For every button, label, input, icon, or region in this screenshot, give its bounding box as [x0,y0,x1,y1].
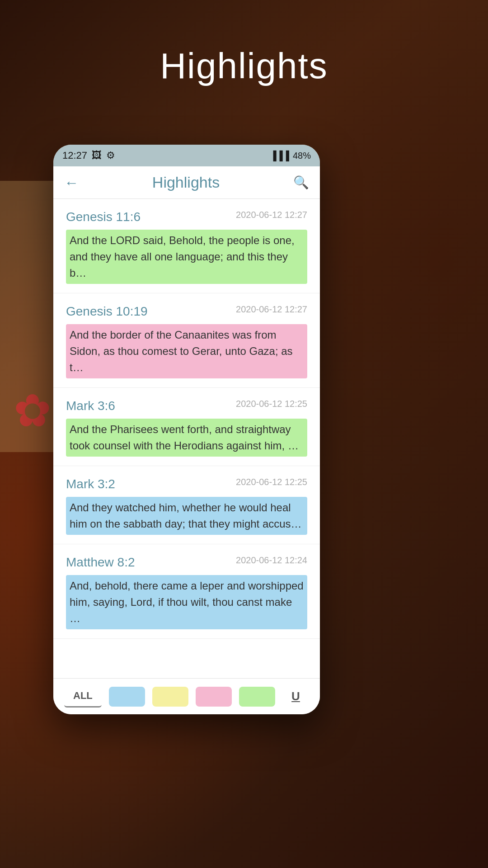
item-text: And the border of the Canaanites was fro… [66,324,307,378]
status-left: 12:27 🖼 ⚙ [62,150,115,161]
item-header: Matthew 8:2 2020-06-12 12:24 [66,555,307,570]
item-reference: Mark 3:2 [66,477,115,491]
status-signal-icon: ▐▐▐ [270,151,289,161]
filter-blue-button[interactable] [109,687,145,707]
decorative-flower: ✿ [14,384,52,437]
header-title: Highlights [152,174,220,191]
highlight-item-genesis-10-19[interactable]: Genesis 10:19 2020-06-12 12:27 And the b… [53,293,320,388]
item-text: And the Pharisees went forth, and straig… [66,419,307,457]
item-text: And the LORD said, Behold, the people is… [66,230,307,284]
highlight-item-mark-3-6[interactable]: Mark 3:6 2020-06-12 12:25 And the Pharis… [53,388,320,466]
highlight-item-genesis-11-6[interactable]: Genesis 11:6 2020-06-12 12:27 And the LO… [53,199,320,293]
highlight-item-mark-3-2[interactable]: Mark 3:2 2020-06-12 12:25 And they watch… [53,466,320,544]
back-button[interactable]: ← [64,175,79,190]
filter-yellow-button[interactable] [152,687,188,707]
item-date: 2020-06-12 12:27 [236,210,307,220]
item-header: Mark 3:2 2020-06-12 12:25 [66,477,307,491]
filter-underline-button[interactable]: U [282,685,309,708]
status-right: ▐▐▐ 48% [270,151,311,161]
item-date: 2020-06-12 12:27 [236,304,307,315]
status-bluetooth-icon: ⚙ [106,150,115,161]
filter-green-button[interactable] [239,687,275,707]
item-reference: Mark 3:6 [66,399,115,413]
item-header: Genesis 10:19 2020-06-12 12:27 [66,304,307,319]
status-battery: 48% [293,151,311,161]
item-header: Mark 3:6 2020-06-12 12:25 [66,399,307,413]
item-reference: Genesis 10:19 [66,304,148,319]
search-button[interactable]: 🔍 [293,175,309,190]
item-date: 2020-06-12 12:25 [236,477,307,487]
filter-pink-button[interactable] [196,687,232,707]
highlights-list: Genesis 11:6 2020-06-12 12:27 And the LO… [53,199,320,678]
filter-bar: ALL U [53,678,320,714]
phone-mockup: 12:27 🖼 ⚙ ▐▐▐ 48% ← Highlights 🔍 Genesis… [53,145,320,714]
item-date: 2020-06-12 12:24 [236,555,307,566]
status-time: 12:27 [62,150,87,161]
status-photo-icon: 🖼 [92,150,102,161]
item-reference: Matthew 8:2 [66,555,135,570]
item-text: And, behold, there came a leper and wors… [66,575,307,629]
item-reference: Genesis 11:6 [66,210,141,224]
status-bar: 12:27 🖼 ⚙ ▐▐▐ 48% [53,145,320,166]
highlight-item-matthew-8-2[interactable]: Matthew 8:2 2020-06-12 12:24 And, behold… [53,544,320,639]
item-date: 2020-06-12 12:25 [236,399,307,409]
item-text: And they watched him, whether he would h… [66,497,307,535]
page-background-title: Highlights [0,45,488,87]
app-header: ← Highlights 🔍 [53,166,320,199]
filter-all-button[interactable]: ALL [64,685,102,708]
item-header: Genesis 11:6 2020-06-12 12:27 [66,210,307,224]
